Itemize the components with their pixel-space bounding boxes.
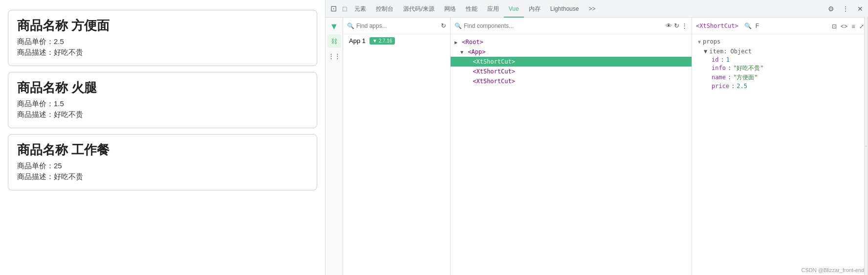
tab-performance[interactable]: 性能 — [461, 0, 482, 18]
props-icons: ⊡ <> ≡ ⤢ — [832, 22, 864, 30]
prop-key-name: name — [712, 74, 726, 81]
tab-sources[interactable]: 源代码/来源 — [398, 0, 439, 18]
tree-node-xtshortcut-1[interactable]: <XtShortCut> — [451, 67, 692, 76]
prop-colon-price: : — [731, 83, 735, 90]
product-name-2: 商品名称 工作餐 — [17, 141, 308, 159]
props-list-icon[interactable]: ≡ — [852, 23, 855, 30]
page-footer: CSDN @Blizzar_front-end — [801, 267, 864, 273]
prop-key-id: id — [712, 56, 718, 63]
product-card-0: 商品名称 方便面 商品单价：2.5 商品描述：好吃不贵 — [8, 10, 317, 66]
props-group-arrow: ▼ — [704, 48, 707, 55]
tree-node-xtshortcut-2[interactable]: <XtShortCut> — [451, 76, 692, 86]
devtools-panel: ⊡ □ 元素 控制台 源代码/来源 网络 性能 应用 Vue 内存 Lighth… — [325, 0, 868, 275]
vue-component-tree: 🔍 👁 ↻ ⋮ ▶ <Root> ▼ <App> <XtShortCut> — [451, 18, 692, 275]
product-name-1: 商品名称 火腿 — [17, 79, 308, 96]
props-section-arrow: ▼ — [698, 39, 701, 45]
prop-value-name: "方便面" — [733, 73, 758, 82]
tab-icons: ⚙ ⋮ ✕ — [825, 3, 866, 15]
prop-row-info: info : "好吃不贵" — [712, 64, 862, 72]
tab-console[interactable]: 控制台 — [371, 0, 398, 18]
props-section-label: props — [703, 38, 720, 45]
prop-value-info: "好吃不贵" — [733, 64, 763, 72]
product-card-1: 商品名称 火腿 商品单价：1.5 商品描述：好吃不贵 — [8, 72, 317, 128]
tab-lighthouse[interactable]: Lighthouse — [545, 0, 584, 18]
tab-inspect[interactable]: ⊡ — [327, 0, 340, 18]
close-icon[interactable]: ✕ — [854, 3, 866, 15]
vue-components-icon[interactable]: ⛓ — [327, 34, 341, 48]
props-search-icon[interactable]: 🔍 — [744, 23, 752, 29]
product-desc-0: 商品描述：好吃不贵 — [17, 48, 308, 57]
devtools-body: ▼ ⛓ ⋮⋮ 🔍 ↻ App 1 ▼ 2.7.16 🔍 👁 ↻ ⋮ — [326, 18, 868, 275]
prop-row-name: name : "方便面" — [712, 73, 862, 82]
props-group: ▼ item: Object id : 1 info : "好吃不贵" na — [704, 48, 862, 90]
props-filter-icon[interactable]: F — [756, 23, 759, 29]
vue-routes-icon[interactable]: ⋮⋮ — [327, 49, 341, 63]
vue-app-selector: 🔍 ↻ App 1 ▼ 2.7.16 — [343, 18, 451, 275]
tree-arrow-root: ▶ — [455, 40, 457, 45]
footer-text: CSDN @Blizzar_front-end — [801, 267, 864, 273]
props-external-icon[interactable]: ⤢ — [859, 23, 864, 30]
props-code-icon[interactable]: <> — [841, 23, 847, 30]
prop-colon-id: : — [720, 56, 724, 63]
settings-icon[interactable]: ⚙ — [825, 3, 837, 15]
search-icon: 🔍 — [347, 23, 354, 29]
devtools-tabbar: ⊡ □ 元素 控制台 源代码/来源 网络 性能 应用 Vue 内存 Lighth… — [326, 0, 868, 18]
vue-props-panel: <XtShortCut> 🔍 F ⊡ <> ≡ ⤢ ▼ props ▼ — [692, 18, 868, 275]
product-card-2: 商品名称 工作餐 商品单价：25 商品描述：好吃不贵 — [8, 134, 317, 190]
tree-tag-app: <App> — [468, 48, 485, 55]
product-name-0: 商品名称 方便面 — [17, 17, 308, 34]
product-price-2: 商品单价：25 — [17, 161, 308, 171]
component-more-icon[interactable]: ⋮ — [681, 22, 688, 29]
vue-tree-area: ▶ <Root> ▼ <App> <XtShortCut> <XtShortCu… — [451, 34, 692, 275]
vue-component-search-input[interactable] — [464, 23, 664, 29]
props-group-label: item: Object — [709, 48, 752, 55]
vue-version-badge: ▼ 2.7.16 — [369, 37, 395, 45]
prop-colon-name: : — [728, 74, 731, 81]
tab-memory[interactable]: 内存 — [524, 0, 545, 18]
vue-app-search-input[interactable] — [356, 23, 439, 29]
prop-row-price: price : 2.5 — [712, 83, 862, 90]
props-content: ▼ props ▼ item: Object id : 1 info — [692, 34, 868, 275]
tab-more[interactable]: >> — [584, 0, 600, 18]
eye-icon[interactable]: 👁 — [666, 22, 672, 29]
prop-row-id: id : 1 — [712, 56, 862, 63]
props-component-name: <XtShortCut> — [696, 23, 738, 29]
tab-application[interactable]: 应用 — [482, 0, 504, 18]
prop-value-price: 2.5 — [737, 83, 747, 90]
app-item-name: App 1 — [349, 37, 366, 45]
props-section-title: ▼ props — [698, 38, 862, 45]
product-desc-1: 商品描述：好吃不贵 — [17, 110, 308, 119]
more-icon[interactable]: ⋮ — [840, 3, 851, 15]
product-list: 商品名称 方便面 商品单价：2.5 商品描述：好吃不贵 商品名称 火腿 商品单价… — [0, 0, 325, 275]
tree-node-app[interactable]: ▼ <App> — [451, 47, 692, 57]
tree-node-root[interactable]: ▶ <Root> — [451, 37, 692, 47]
component-refresh-icon[interactable]: ↻ — [674, 22, 679, 29]
product-price-0: 商品单价：2.5 — [17, 37, 308, 46]
tab-device[interactable]: □ — [340, 0, 349, 18]
tree-tag-xtsc1: <XtShortCut> — [473, 68, 515, 75]
vue-app-search-bar: 🔍 ↻ — [343, 18, 450, 34]
refresh-icon[interactable]: ↻ — [441, 22, 446, 29]
product-desc-2: 商品描述：好吃不贵 — [17, 172, 308, 182]
tree-tag-xtsc2: <XtShortCut> — [473, 78, 515, 85]
tree-arrow-app: ▼ — [460, 49, 463, 55]
props-scroll-icon[interactable]: ⊡ — [832, 23, 837, 30]
prop-key-price: price — [712, 83, 729, 90]
tree-node-xtshortcut-0[interactable]: <XtShortCut> — [451, 57, 692, 67]
product-price-1: 商品单价：1.5 — [17, 99, 308, 109]
props-toolbar: <XtShortCut> 🔍 F ⊡ <> ≡ ⤢ — [692, 18, 868, 34]
prop-key-info: info — [712, 65, 726, 71]
tree-tag-root: <Root> — [462, 39, 483, 46]
prop-value-id: 1 — [726, 56, 730, 63]
component-search-icon: 🔍 — [455, 23, 462, 29]
props-group-title: ▼ item: Object — [704, 48, 862, 55]
tab-elements[interactable]: 元素 — [349, 0, 371, 18]
tab-network[interactable]: 网络 — [439, 0, 461, 18]
vue-logo-icon[interactable]: ▼ — [327, 20, 341, 33]
prop-colon-info: : — [728, 65, 731, 71]
vue-component-search-bar: 🔍 👁 ↻ ⋮ — [451, 18, 692, 34]
vue-icon-sidebar: ▼ ⛓ ⋮⋮ — [326, 18, 343, 275]
tab-vue[interactable]: Vue — [504, 0, 524, 18]
tree-tag-xtsc0: <XtShortCut> — [473, 58, 515, 65]
vue-app-item[interactable]: App 1 ▼ 2.7.16 — [343, 34, 450, 47]
